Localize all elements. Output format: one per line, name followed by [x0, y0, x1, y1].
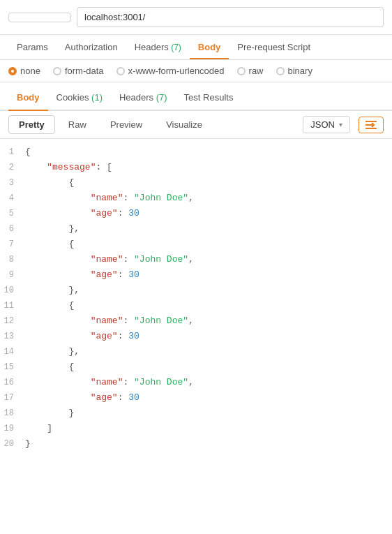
line-number: 1	[0, 145, 25, 159]
line-number: 3	[0, 176, 25, 190]
format-btn-preview[interactable]: Preview	[100, 115, 153, 134]
radio-circle-raw	[237, 67, 246, 75]
line-content: "name": "John Doe",	[25, 314, 392, 328]
response-tab-cookies[interactable]: Cookies (1)	[48, 85, 111, 110]
radio-form-data[interactable]: form-data	[53, 66, 104, 76]
json-line: 6 },	[0, 221, 392, 237]
json-line: 8 "name": "John Doe",	[0, 252, 392, 267]
json-line: 3 {	[0, 175, 392, 191]
json-line: 14 },	[0, 344, 392, 359]
tab-params[interactable]: Params	[8, 35, 56, 59]
format-btn-visualize[interactable]: Visualize	[156, 115, 213, 134]
line-number: 8	[0, 253, 25, 267]
json-line: 12 "name": "John Doe",	[0, 313, 392, 329]
url-input[interactable]	[77, 7, 384, 27]
line-number: 15	[0, 360, 25, 374]
json-line: 16 "name": "John Doe",	[0, 375, 392, 390]
line-content: },	[25, 222, 392, 236]
format-type-select[interactable]: JSON▾	[303, 116, 350, 133]
line-content: "message": [	[25, 161, 392, 175]
line-number: 2	[0, 161, 25, 175]
line-content: }	[25, 437, 392, 451]
line-number: 18	[0, 406, 25, 420]
line-content: },	[25, 283, 392, 297]
line-content: "age": 30	[25, 391, 392, 405]
radio-label-none: none	[20, 66, 40, 76]
radio-x-www-form-urlencoded[interactable]: x-www-form-urlencoded	[116, 66, 225, 76]
format-btn-raw[interactable]: Raw	[58, 115, 97, 134]
line-content: "name": "John Doe",	[25, 191, 392, 205]
url-bar	[0, 0, 392, 35]
json-line: 13 "age": 30	[0, 329, 392, 344]
format-btn-pretty[interactable]: Pretty	[8, 115, 55, 134]
json-line: 18 }	[0, 406, 392, 421]
top-tab-bar: ParamsAuthorizationHeaders (7)BodyPre-re…	[0, 35, 392, 60]
line-number: 13	[0, 329, 25, 343]
response-tab-bar: BodyCookies (1)Headers (7)Test Results	[0, 85, 392, 111]
json-line: 10 },	[0, 283, 392, 298]
method-select[interactable]	[8, 13, 71, 22]
format-toolbar: PrettyRawPreviewVisualizeJSON▾	[0, 111, 392, 139]
format-type-label: JSON	[310, 119, 335, 130]
tab-pre-request-script[interactable]: Pre-request Script	[229, 35, 319, 59]
line-content: ]	[25, 422, 392, 436]
line-content: }	[25, 406, 392, 420]
line-content: {	[25, 176, 392, 190]
line-number: 6	[0, 222, 25, 236]
tab-headers[interactable]: Headers (7)	[126, 35, 190, 59]
json-line: 4 "name": "John Doe",	[0, 191, 392, 206]
radio-binary[interactable]: binary	[276, 66, 312, 76]
json-line: 9 "age": 30	[0, 267, 392, 283]
tab-body[interactable]: Body	[190, 35, 229, 59]
radio-circle-form-data	[53, 67, 61, 75]
line-number: 14	[0, 345, 25, 359]
json-line: 2 "message": [	[0, 160, 392, 175]
json-line: 19 ]	[0, 421, 392, 436]
radio-none[interactable]: none	[8, 66, 40, 76]
line-content: {	[25, 299, 392, 313]
tab-authorization[interactable]: Authorization	[56, 35, 126, 59]
json-line: 11 {	[0, 298, 392, 313]
radio-label-binary: binary	[288, 66, 312, 76]
line-number: 17	[0, 391, 25, 405]
line-content: },	[25, 345, 392, 359]
radio-label-form-data: form-data	[65, 66, 104, 76]
radio-label-x-www-form-urlencoded: x-www-form-urlencoded	[128, 66, 225, 76]
json-line: 5 "age": 30	[0, 206, 392, 221]
line-content: {	[25, 360, 392, 374]
line-number: 12	[0, 314, 25, 328]
line-content: "name": "John Doe",	[25, 376, 392, 390]
json-line: 1{	[0, 144, 392, 160]
line-number: 19	[0, 422, 25, 436]
body-options: noneform-datax-www-form-urlencodedrawbin…	[0, 60, 392, 82]
line-number: 7	[0, 237, 25, 251]
json-line: 7 {	[0, 237, 392, 252]
json-line: 17 "age": 30	[0, 390, 392, 406]
json-line: 15 {	[0, 359, 392, 375]
line-number: 5	[0, 207, 25, 221]
line-content: "age": 30	[25, 268, 392, 282]
line-number: 16	[0, 376, 25, 390]
response-tab-test-results[interactable]: Test Results	[176, 85, 242, 110]
line-content: {	[25, 145, 392, 159]
radio-circle-none	[8, 67, 17, 75]
json-viewer: 1{2 "message": [3 {4 "name": "John Doe",…	[0, 139, 392, 457]
line-number: 11	[0, 299, 25, 313]
line-number: 10	[0, 283, 25, 297]
line-number: 20	[0, 437, 25, 451]
line-content: "age": 30	[25, 329, 392, 343]
radio-circle-x-www-form-urlencoded	[116, 67, 125, 75]
json-line: 20}	[0, 436, 392, 452]
response-tab-headers[interactable]: Headers (7)	[111, 85, 176, 110]
line-content: "age": 30	[25, 207, 392, 221]
line-content: {	[25, 237, 392, 251]
line-content: "name": "John Doe",	[25, 253, 392, 267]
response-tab-body[interactable]: Body	[8, 85, 48, 110]
line-number: 4	[0, 191, 25, 205]
radio-raw[interactable]: raw	[237, 66, 264, 76]
radio-circle-binary	[276, 67, 285, 75]
format-type-chevron: ▾	[339, 121, 342, 128]
line-number: 9	[0, 268, 25, 282]
radio-label-raw: raw	[249, 66, 264, 76]
wrap-button[interactable]	[359, 117, 384, 133]
